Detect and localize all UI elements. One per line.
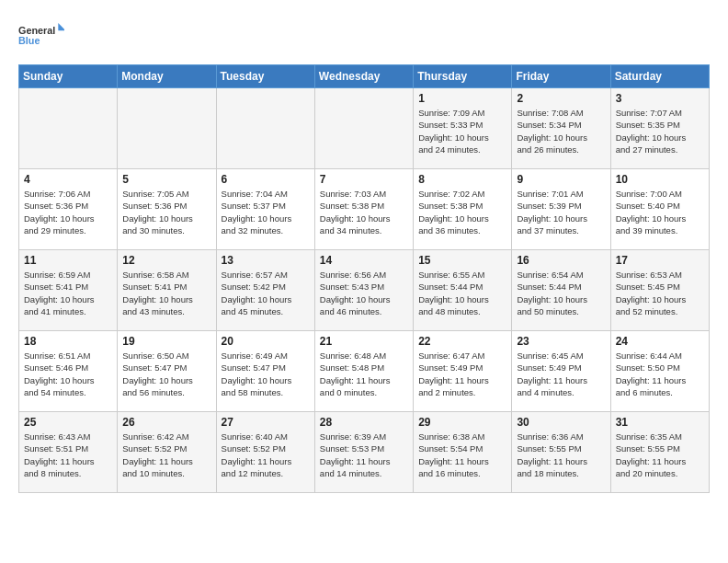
day-number: 7: [320, 173, 408, 186]
day-number: 19: [122, 335, 210, 348]
day-number: 1: [418, 92, 506, 105]
column-header-thursday: Thursday: [414, 65, 512, 88]
week-row-4: 18Sunrise: 6:51 AM Sunset: 5:46 PM Dayli…: [19, 331, 710, 412]
day-cell: 2Sunrise: 7:08 AM Sunset: 5:34 PM Daylig…: [512, 88, 610, 169]
day-info: Sunrise: 7:00 AM Sunset: 5:40 PM Dayligh…: [616, 188, 704, 236]
day-info: Sunrise: 6:51 AM Sunset: 5:46 PM Dayligh…: [24, 350, 112, 398]
logo: General Blue: [18, 18, 64, 55]
day-number: 18: [24, 335, 112, 348]
day-info: Sunrise: 6:48 AM Sunset: 5:48 PM Dayligh…: [320, 350, 408, 398]
day-cell: 1Sunrise: 7:09 AM Sunset: 5:33 PM Daylig…: [414, 88, 512, 169]
page-header: General Blue: [18, 18, 710, 55]
day-cell: 27Sunrise: 6:40 AM Sunset: 5:52 PM Dayli…: [216, 412, 314, 493]
day-cell: 26Sunrise: 6:42 AM Sunset: 5:52 PM Dayli…: [118, 412, 216, 493]
day-number: 15: [418, 254, 506, 267]
day-number: 20: [222, 335, 310, 348]
day-info: Sunrise: 6:54 AM Sunset: 5:44 PM Dayligh…: [517, 269, 605, 317]
day-cell: 17Sunrise: 6:53 AM Sunset: 5:45 PM Dayli…: [610, 250, 709, 331]
day-info: Sunrise: 7:08 AM Sunset: 5:34 PM Dayligh…: [517, 107, 605, 155]
calendar-header-row: SundayMondayTuesdayWednesdayThursdayFrid…: [19, 65, 710, 88]
day-cell: 18Sunrise: 6:51 AM Sunset: 5:46 PM Dayli…: [19, 331, 118, 412]
day-info: Sunrise: 7:05 AM Sunset: 5:36 PM Dayligh…: [122, 188, 210, 236]
day-info: Sunrise: 6:43 AM Sunset: 5:51 PM Dayligh…: [24, 431, 112, 479]
day-cell: 5Sunrise: 7:05 AM Sunset: 5:36 PM Daylig…: [118, 169, 216, 250]
day-number: 3: [616, 92, 704, 105]
day-info: Sunrise: 6:49 AM Sunset: 5:47 PM Dayligh…: [222, 350, 310, 398]
column-header-monday: Monday: [118, 65, 216, 88]
day-number: 24: [616, 335, 704, 348]
day-number: 14: [320, 254, 408, 267]
day-info: Sunrise: 6:45 AM Sunset: 5:49 PM Dayligh…: [517, 350, 605, 398]
day-cell: 21Sunrise: 6:48 AM Sunset: 5:48 PM Dayli…: [314, 331, 413, 412]
day-cell: [118, 88, 216, 169]
day-cell: 31Sunrise: 6:35 AM Sunset: 5:55 PM Dayli…: [610, 412, 709, 493]
column-header-saturday: Saturday: [610, 65, 709, 88]
day-number: 4: [24, 173, 112, 186]
svg-text:Blue: Blue: [18, 35, 40, 46]
day-cell: 22Sunrise: 6:47 AM Sunset: 5:49 PM Dayli…: [414, 331, 512, 412]
day-number: 9: [517, 173, 605, 186]
day-number: 11: [24, 254, 112, 267]
day-number: 6: [222, 173, 310, 186]
day-number: 27: [222, 416, 310, 429]
day-cell: 15Sunrise: 6:55 AM Sunset: 5:44 PM Dayli…: [414, 250, 512, 331]
day-info: Sunrise: 6:35 AM Sunset: 5:55 PM Dayligh…: [616, 431, 704, 479]
day-cell: 23Sunrise: 6:45 AM Sunset: 5:49 PM Dayli…: [512, 331, 610, 412]
day-number: 29: [418, 416, 506, 429]
day-info: Sunrise: 7:09 AM Sunset: 5:33 PM Dayligh…: [418, 107, 506, 155]
column-header-wednesday: Wednesday: [314, 65, 413, 88]
day-cell: 13Sunrise: 6:57 AM Sunset: 5:42 PM Dayli…: [216, 250, 314, 331]
day-cell: 6Sunrise: 7:04 AM Sunset: 5:37 PM Daylig…: [216, 169, 314, 250]
day-number: 5: [122, 173, 210, 186]
day-info: Sunrise: 7:06 AM Sunset: 5:36 PM Dayligh…: [24, 188, 112, 236]
day-info: Sunrise: 6:47 AM Sunset: 5:49 PM Dayligh…: [418, 350, 506, 398]
day-cell: [19, 88, 118, 169]
column-header-sunday: Sunday: [19, 65, 118, 88]
day-cell: 20Sunrise: 6:49 AM Sunset: 5:47 PM Dayli…: [216, 331, 314, 412]
day-info: Sunrise: 6:56 AM Sunset: 5:43 PM Dayligh…: [320, 269, 408, 317]
day-number: 28: [320, 416, 408, 429]
day-cell: 30Sunrise: 6:36 AM Sunset: 5:55 PM Dayli…: [512, 412, 610, 493]
day-info: Sunrise: 6:40 AM Sunset: 5:52 PM Dayligh…: [222, 431, 310, 479]
day-cell: 14Sunrise: 6:56 AM Sunset: 5:43 PM Dayli…: [314, 250, 413, 331]
day-cell: 4Sunrise: 7:06 AM Sunset: 5:36 PM Daylig…: [19, 169, 118, 250]
day-cell: 10Sunrise: 7:00 AM Sunset: 5:40 PM Dayli…: [610, 169, 709, 250]
day-number: 16: [517, 254, 605, 267]
day-cell: 11Sunrise: 6:59 AM Sunset: 5:41 PM Dayli…: [19, 250, 118, 331]
day-info: Sunrise: 6:50 AM Sunset: 5:47 PM Dayligh…: [122, 350, 210, 398]
day-cell: 8Sunrise: 7:02 AM Sunset: 5:38 PM Daylig…: [414, 169, 512, 250]
day-number: 8: [418, 173, 506, 186]
day-info: Sunrise: 7:01 AM Sunset: 5:39 PM Dayligh…: [517, 188, 605, 236]
day-info: Sunrise: 6:44 AM Sunset: 5:50 PM Dayligh…: [616, 350, 704, 398]
day-number: 2: [517, 92, 605, 105]
day-cell: 12Sunrise: 6:58 AM Sunset: 5:41 PM Dayli…: [118, 250, 216, 331]
week-row-3: 11Sunrise: 6:59 AM Sunset: 5:41 PM Dayli…: [19, 250, 710, 331]
day-cell: [314, 88, 413, 169]
day-cell: 9Sunrise: 7:01 AM Sunset: 5:39 PM Daylig…: [512, 169, 610, 250]
day-number: 13: [222, 254, 310, 267]
day-info: Sunrise: 6:55 AM Sunset: 5:44 PM Dayligh…: [418, 269, 506, 317]
day-cell: 3Sunrise: 7:07 AM Sunset: 5:35 PM Daylig…: [610, 88, 709, 169]
day-info: Sunrise: 7:02 AM Sunset: 5:38 PM Dayligh…: [418, 188, 506, 236]
day-info: Sunrise: 6:39 AM Sunset: 5:53 PM Dayligh…: [320, 431, 408, 479]
logo-svg: General Blue: [18, 18, 64, 55]
day-cell: 7Sunrise: 7:03 AM Sunset: 5:38 PM Daylig…: [314, 169, 413, 250]
week-row-1: 1Sunrise: 7:09 AM Sunset: 5:33 PM Daylig…: [19, 88, 710, 169]
column-header-tuesday: Tuesday: [216, 65, 314, 88]
day-number: 26: [122, 416, 210, 429]
svg-marker-2: [58, 23, 64, 30]
day-info: Sunrise: 6:38 AM Sunset: 5:54 PM Dayligh…: [418, 431, 506, 479]
day-cell: 16Sunrise: 6:54 AM Sunset: 5:44 PM Dayli…: [512, 250, 610, 331]
day-cell: 28Sunrise: 6:39 AM Sunset: 5:53 PM Dayli…: [314, 412, 413, 493]
day-number: 31: [616, 416, 704, 429]
day-number: 10: [616, 173, 704, 186]
day-cell: 25Sunrise: 6:43 AM Sunset: 5:51 PM Dayli…: [19, 412, 118, 493]
day-cell: 19Sunrise: 6:50 AM Sunset: 5:47 PM Dayli…: [118, 331, 216, 412]
day-number: 25: [24, 416, 112, 429]
day-info: Sunrise: 6:58 AM Sunset: 5:41 PM Dayligh…: [122, 269, 210, 317]
calendar-table: SundayMondayTuesdayWednesdayThursdayFrid…: [18, 64, 710, 493]
day-info: Sunrise: 6:42 AM Sunset: 5:52 PM Dayligh…: [122, 431, 210, 479]
day-number: 12: [122, 254, 210, 267]
week-row-2: 4Sunrise: 7:06 AM Sunset: 5:36 PM Daylig…: [19, 169, 710, 250]
day-info: Sunrise: 6:53 AM Sunset: 5:45 PM Dayligh…: [616, 269, 704, 317]
